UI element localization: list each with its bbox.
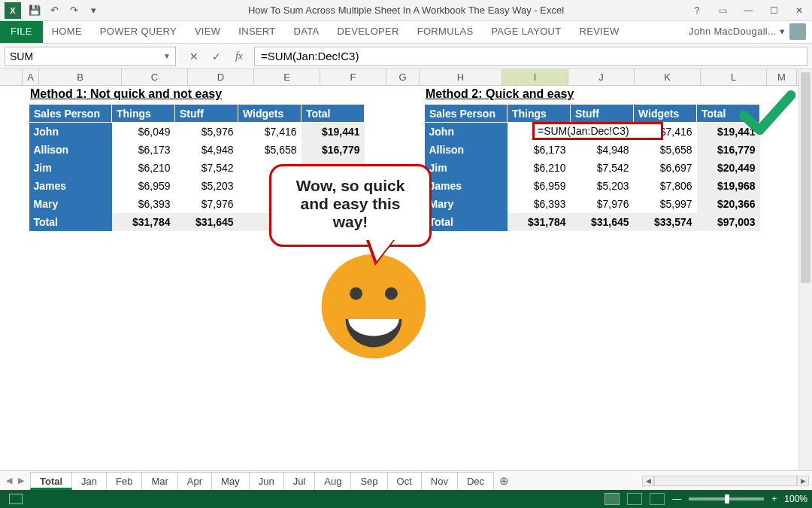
vscroll-thumb[interactable]	[801, 72, 810, 283]
formula-cancel-button[interactable]: ✕	[183, 47, 205, 66]
vertical-scrollbar[interactable]	[798, 69, 812, 470]
qat-more-button[interactable]: ▾	[84, 2, 102, 19]
view-page-layout-button[interactable]	[627, 493, 642, 505]
sheet-tab-total[interactable]: Total	[30, 472, 72, 490]
close-button[interactable]: ✕	[786, 0, 812, 21]
sheet-tab-aug[interactable]: Aug	[314, 472, 351, 490]
m2-total-d[interactable]: $31,645	[571, 213, 634, 231]
sheet-tab-nov[interactable]: Nov	[421, 472, 458, 490]
m2-r3-name[interactable]: James	[425, 177, 508, 195]
sheet-tab-sep[interactable]: Sep	[350, 472, 387, 490]
sheet-nav-prev-icon[interactable]: ◀	[5, 476, 14, 485]
m1-r3-d[interactable]: $5,203	[175, 177, 238, 195]
m1-r1-name[interactable]: Allison	[29, 141, 112, 159]
tab-developer[interactable]: DEVELOPER	[329, 20, 408, 43]
m1-r1-e[interactable]: $5,658	[238, 141, 301, 159]
m2-r1-name[interactable]: Allison	[425, 141, 508, 159]
name-box[interactable]: SUM ▼	[5, 47, 176, 66]
m2-total-name[interactable]: Total	[425, 213, 508, 231]
tab-review[interactable]: REVIEW	[570, 20, 628, 43]
m1-total-d[interactable]: $31,645	[175, 213, 238, 231]
col-header-k[interactable]: K	[635, 69, 701, 85]
col-header-g[interactable]: G	[386, 69, 420, 85]
m1-r4-c[interactable]: $6,393	[112, 195, 175, 213]
sheet-tab-jun[interactable]: Jun	[249, 472, 284, 490]
undo-button[interactable]: ↶	[45, 2, 63, 19]
m1-r1-c[interactable]: $6,173	[112, 141, 175, 159]
account-menu[interactable]: John MacDougall... ▾	[680, 20, 812, 43]
sheet-tab-dec[interactable]: Dec	[457, 472, 494, 490]
m2-r3-e[interactable]: $7,806	[634, 177, 697, 195]
m1-total-name[interactable]: Total	[29, 213, 112, 231]
formula-enter-button[interactable]: ✓	[206, 47, 227, 66]
m1-r0-f[interactable]: $19,441	[301, 123, 365, 141]
new-sheet-button[interactable]: ⊕	[493, 472, 514, 490]
m1-r4-d[interactable]: $7,976	[175, 195, 238, 213]
sheet-tab-apr[interactable]: Apr	[177, 472, 212, 490]
tab-file[interactable]: FILE	[0, 20, 43, 43]
col-header-h[interactable]: H	[420, 69, 502, 85]
m1-r2-name[interactable]: Jim	[29, 159, 112, 177]
m1-total-c[interactable]: $31,784	[112, 213, 175, 231]
m2-r2-e[interactable]: $6,697	[634, 159, 697, 177]
m2-r2-f[interactable]: $20,449	[697, 159, 760, 177]
m1-r3-name[interactable]: James	[29, 177, 112, 195]
select-all-button[interactable]	[0, 69, 23, 85]
m2-total-f[interactable]: $97,003	[697, 213, 760, 231]
tab-formulas[interactable]: FORMULAS	[408, 20, 483, 43]
view-normal-button[interactable]	[604, 493, 620, 505]
col-header-e[interactable]: E	[254, 69, 320, 85]
zoom-out-button[interactable]: —	[672, 494, 681, 504]
m2-total-e[interactable]: $33,574	[634, 213, 697, 231]
m2-r4-e[interactable]: $5,997	[634, 195, 697, 213]
ribbon-display-button[interactable]: ▭	[710, 0, 735, 21]
m2-r4-name[interactable]: Mary	[425, 195, 508, 213]
m2-r0-name[interactable]: John	[425, 123, 508, 141]
tab-home[interactable]: HOME	[43, 20, 91, 43]
col-header-i[interactable]: I	[502, 69, 568, 85]
view-page-break-button[interactable]	[650, 493, 665, 505]
m1-r0-e[interactable]: $7,416	[238, 123, 301, 141]
col-header-l[interactable]: L	[701, 69, 767, 85]
m2-r4-c[interactable]: $6,393	[508, 195, 571, 213]
m2-r2-d[interactable]: $7,542	[571, 159, 634, 177]
sheet-tab-may[interactable]: May	[211, 472, 250, 490]
m2-r2-c[interactable]: $6,210	[508, 159, 571, 177]
m1-r1-f[interactable]: $16,779	[301, 141, 365, 159]
help-button[interactable]: ?	[684, 0, 710, 21]
formula-input[interactable]: =SUM(Jan:Dec!C3)	[254, 47, 807, 66]
m2-r4-f[interactable]: $20,366	[697, 195, 760, 213]
tab-power-query[interactable]: POWER QUERY	[91, 20, 186, 43]
maximize-button[interactable]: ☐	[761, 0, 786, 21]
hscroll-track[interactable]	[654, 476, 797, 486]
redo-button[interactable]: ↷	[65, 2, 83, 19]
horizontal-scrollbar[interactable]: ◀ ▶	[514, 471, 812, 490]
col-header-d[interactable]: D	[188, 69, 254, 85]
tab-data[interactable]: DATA	[285, 20, 329, 43]
zoom-level[interactable]: 100%	[784, 494, 807, 504]
m2-r1-e[interactable]: $5,658	[634, 141, 697, 159]
col-header-m[interactable]: M	[767, 69, 797, 85]
sheet-tab-mar[interactable]: Mar	[141, 472, 177, 490]
tab-view[interactable]: VIEW	[186, 20, 229, 43]
sheet-tab-feb[interactable]: Feb	[106, 472, 142, 490]
worksheet-grid[interactable]: A B C D E F G H I J K L M Method 1: Not …	[0, 69, 812, 470]
m1-r1-d[interactable]: $4,948	[175, 141, 238, 159]
m1-r0-name[interactable]: John	[29, 123, 112, 141]
m2-r1-d[interactable]: $4,948	[571, 141, 634, 159]
col-header-f[interactable]: F	[320, 69, 386, 85]
macro-record-icon[interactable]	[9, 494, 23, 504]
sheet-tab-oct[interactable]: Oct	[387, 472, 422, 490]
m2-r2-name[interactable]: Jim	[425, 159, 508, 177]
hscroll-left-icon[interactable]: ◀	[642, 476, 654, 486]
editing-cell-highlight[interactable]: =SUM(Jan:Dec!C3)	[532, 122, 663, 140]
m2-r3-c[interactable]: $6,959	[508, 177, 571, 195]
m1-r0-c[interactable]: $6,049	[112, 123, 175, 141]
tab-page-layout[interactable]: PAGE LAYOUT	[482, 20, 570, 43]
zoom-slider[interactable]	[689, 497, 764, 500]
m1-r0-d[interactable]: $5,976	[175, 123, 238, 141]
sheet-nav-next-icon[interactable]: ▶	[17, 476, 26, 485]
insert-function-button[interactable]: fx	[229, 47, 250, 66]
tab-insert[interactable]: INSERT	[229, 20, 284, 43]
col-header-a[interactable]: A	[23, 69, 39, 85]
